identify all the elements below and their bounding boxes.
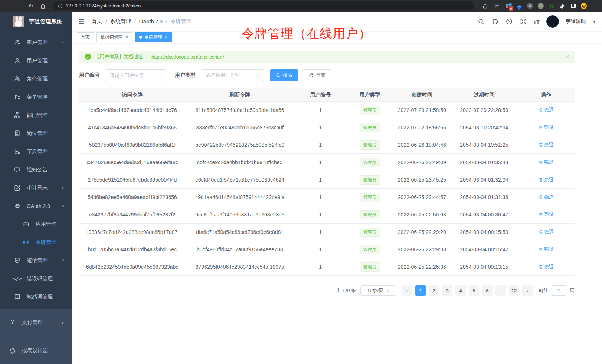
user-id-input[interactable] bbox=[105, 69, 166, 81]
page-info-icon[interactable] bbox=[58, 4, 63, 9]
edit-log-icon bbox=[14, 185, 20, 191]
gem-extension-icon[interactable] bbox=[516, 3, 522, 9]
profile-avatar-icon[interactable] bbox=[581, 3, 587, 9]
user-id-cell: 1 bbox=[294, 189, 347, 206]
bookmark-star-icon[interactable]: ☆ bbox=[494, 3, 500, 9]
command-extension-icon[interactable]: ⌘ bbox=[527, 3, 533, 9]
col-actions: 操作 bbox=[517, 88, 575, 102]
share-icon[interactable] bbox=[482, 3, 488, 9]
sidebar-item-post[interactable]: 岗位管理 bbox=[0, 124, 72, 142]
force-logout-button[interactable]: 强退 bbox=[539, 264, 554, 270]
extensions-puzzle-icon[interactable] bbox=[559, 3, 565, 9]
expire-time-cell: 2022-07-29 22:28:50 bbox=[451, 102, 517, 119]
access-token-cell: b0d1785bc3a8482f812db4a3f3bd15ec bbox=[79, 241, 186, 258]
breadcrumb-system[interactable]: 系统管理 bbox=[110, 18, 131, 25]
sidebar-item-audit[interactable]: 审计日志 ∨ bbox=[0, 179, 72, 197]
actions-cell: 强退 bbox=[517, 102, 575, 119]
search-form: 用户编号 用户类型 请选择用户类型 ∨ 搜索 重置 bbox=[79, 69, 575, 81]
sidebar-item-label: 应用管理 bbox=[36, 221, 56, 228]
sidebar-item-oauth-token[interactable]: 令牌管理 bbox=[0, 233, 72, 251]
sidebar-item-report-designer[interactable]: 报表设计器 bbox=[0, 341, 72, 361]
sidebar-item-errorcode[interactable]: </> 错误码管理 bbox=[0, 269, 72, 288]
sidebar-item-oauth[interactable]: OAuth 2.0 ∧ bbox=[0, 197, 72, 215]
force-logout-button[interactable]: 强退 bbox=[539, 159, 554, 166]
page-button-12[interactable]: 12 bbox=[509, 285, 519, 296]
force-logout-button[interactable]: 强退 bbox=[539, 229, 554, 235]
access-token-cell: 1ea5e44f8bc1467aaede43144f31de76 bbox=[79, 102, 186, 119]
refresh-icon bbox=[309, 73, 314, 78]
expire-time-cell: 2054-03-04 00:13:15 bbox=[451, 258, 517, 276]
font-size-icon[interactable]: тT bbox=[534, 19, 540, 25]
search-icon[interactable] bbox=[477, 18, 485, 25]
force-logout-button[interactable]: 强退 bbox=[539, 211, 554, 218]
alert-close-icon[interactable]: ✕ bbox=[565, 54, 569, 60]
user-name[interactable]: 芋道源码 bbox=[566, 18, 586, 25]
wallet-extension-icon[interactable]: 9 bbox=[506, 3, 511, 9]
sidebar-item-user[interactable]: 用户管理 bbox=[0, 52, 72, 70]
force-logout-button[interactable]: 强退 bbox=[539, 107, 554, 113]
sidebar-item-label: 报表设计器 bbox=[22, 347, 48, 354]
tab-token-management[interactable]: 令牌管理 ✕ bbox=[135, 32, 172, 42]
home-icon[interactable] bbox=[39, 3, 46, 9]
sidebar-item-dict[interactable]: 字典管理 bbox=[0, 142, 72, 161]
forward-icon[interactable]: → bbox=[16, 3, 22, 9]
breadcrumb-oauth[interactable]: OAuth 2.0 bbox=[139, 19, 163, 24]
sidebar-item-dept[interactable]: 部门管理 bbox=[0, 106, 72, 124]
goto-page-input[interactable] bbox=[551, 285, 567, 296]
refresh-token-cell: cdfc4ce9c2da4bb1bdf21b9918ff4be5 bbox=[186, 154, 294, 171]
force-logout-button[interactable]: 强退 bbox=[539, 142, 554, 148]
page-button-3[interactable]: 3 bbox=[442, 285, 452, 296]
user-type-select[interactable]: 请选择用户类型 ∨ bbox=[201, 69, 264, 81]
page-button-2[interactable]: 2 bbox=[429, 285, 439, 296]
side-panel-icon[interactable] bbox=[570, 3, 576, 9]
page-button-6[interactable]: 6 bbox=[482, 285, 493, 296]
browser-menu-icon[interactable]: ⋮ bbox=[592, 3, 598, 9]
page-button-1[interactable]: 1 bbox=[415, 285, 426, 296]
sidebar-item-label: 菜单管理 bbox=[27, 94, 48, 100]
force-logout-button[interactable]: 强退 bbox=[539, 124, 554, 131]
trash-icon bbox=[539, 212, 543, 217]
sidebar-item-role[interactable]: 角色管理 bbox=[0, 70, 72, 88]
breadcrumb-home[interactable]: 首页 bbox=[92, 18, 102, 25]
tab-sensitive-words[interactable]: 敏感词管理 ✕ bbox=[96, 32, 132, 42]
sidebar-item-tenant[interactable]: 租户管理 ∨ bbox=[0, 33, 72, 52]
collapse-menu-icon[interactable] bbox=[78, 18, 85, 25]
goto-label: 前往 bbox=[539, 287, 548, 294]
alert-doc-link[interactable]: https://doc.iocoder.cn/user-center/ bbox=[151, 54, 224, 60]
force-logout-button[interactable]: 强退 bbox=[539, 194, 554, 201]
sidebar-item-notice[interactable]: 通知公告 bbox=[0, 161, 72, 179]
page-size-select[interactable]: 10条/页 ∨ bbox=[360, 285, 396, 296]
app-logo[interactable]: 芋道管理系统 bbox=[0, 12, 72, 31]
reload-icon[interactable]: ↻ bbox=[27, 3, 34, 9]
page-button-4[interactable]: 4 bbox=[455, 285, 466, 296]
page-ellipsis[interactable]: ··· bbox=[495, 285, 506, 296]
avatar[interactable] bbox=[546, 15, 559, 28]
back-icon[interactable]: ← bbox=[4, 3, 10, 9]
sidebar-item-sensitive[interactable]: 敏感词管理 bbox=[0, 288, 72, 306]
fullscreen-icon[interactable] bbox=[520, 18, 527, 25]
sidebar-item-pay[interactable]: ¥ 支付管理 ∨ bbox=[0, 312, 72, 332]
reset-button[interactable]: 重置 bbox=[303, 69, 331, 81]
page-button-5[interactable]: 5 bbox=[469, 285, 479, 296]
tab-home[interactable]: 首页 bbox=[77, 32, 94, 42]
help-icon[interactable] bbox=[506, 18, 513, 25]
prev-page-button[interactable]: ‹ bbox=[402, 285, 412, 296]
force-logout-label: 强退 bbox=[544, 176, 554, 183]
force-logout-button[interactable]: 强退 bbox=[539, 246, 554, 253]
star-extension-icon[interactable]: ✩ bbox=[549, 3, 554, 9]
recorder-extension-icon[interactable] bbox=[538, 3, 544, 9]
extension-badge: 9 bbox=[509, 6, 513, 11]
sidebar-item-oauth-app[interactable]: 应用管理 bbox=[0, 215, 72, 233]
search-button[interactable]: 搜索 bbox=[270, 69, 298, 81]
force-logout-button[interactable]: 强退 bbox=[539, 176, 554, 183]
sidebar-item-menu[interactable]: 菜单管理 bbox=[0, 88, 72, 106]
close-icon[interactable]: ✕ bbox=[125, 35, 128, 40]
github-icon[interactable] bbox=[491, 18, 499, 25]
next-page-button[interactable]: › bbox=[522, 285, 533, 296]
expire-time-cell: 2054-03-04 19:51:25 bbox=[451, 136, 517, 154]
close-icon[interactable]: ✕ bbox=[164, 35, 168, 40]
sidebar-item-sms[interactable]: 短信管理 ∨ bbox=[0, 251, 72, 269]
user-menu-caret-icon[interactable]: ▼ bbox=[592, 20, 596, 24]
url-bar[interactable]: 127.0.0.1:1024/system/oauth2/token bbox=[53, 1, 474, 10]
actions-cell: 强退 bbox=[517, 258, 575, 276]
